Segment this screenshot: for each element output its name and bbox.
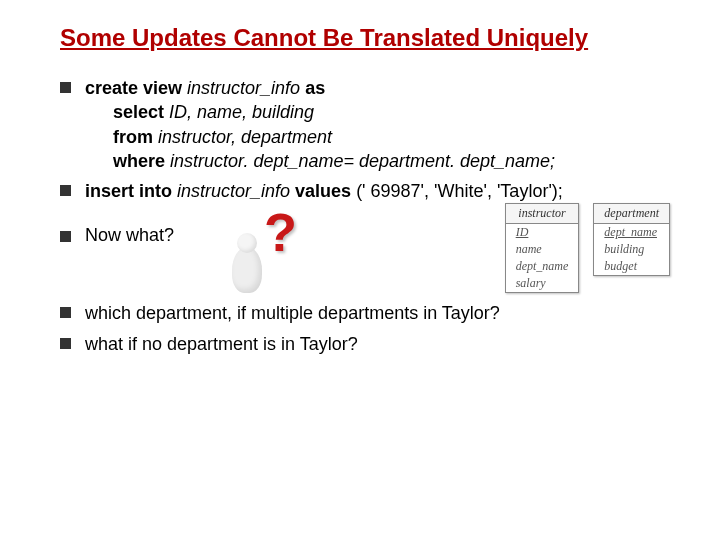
bullet-insert: insert into instructor_info values (' 69… bbox=[60, 179, 670, 203]
question-mark-icon: ? bbox=[264, 201, 297, 263]
bullet-icon bbox=[60, 307, 71, 318]
schema-col: name bbox=[506, 241, 579, 258]
bullet-icon bbox=[60, 82, 71, 93]
bullet-now-what-row: Now what? ? instructor ID name dept_name… bbox=[60, 215, 670, 297]
from-tables: instructor, department bbox=[158, 127, 332, 147]
bullet-icon bbox=[60, 185, 71, 196]
no-dept-text: what if no department is in Taylor? bbox=[85, 332, 670, 356]
schema-instructor-title: instructor bbox=[506, 204, 579, 224]
slide-title: Some Updates Cannot Be Translated Unique… bbox=[60, 24, 670, 52]
schema-col: dept_name bbox=[506, 258, 579, 275]
kw-as: as bbox=[305, 78, 325, 98]
schema-department-title: department bbox=[594, 204, 669, 224]
kw-values: values bbox=[295, 181, 356, 201]
schema-col: salary bbox=[506, 275, 579, 292]
bullet-icon bbox=[60, 231, 71, 242]
kw-from: from bbox=[113, 127, 158, 147]
kw-select: select bbox=[113, 102, 169, 122]
now-what-text: Now what? bbox=[85, 225, 174, 246]
where-clause: instructor. dept_name= department. dept_… bbox=[170, 151, 555, 171]
kw-create-view: create view bbox=[85, 78, 187, 98]
bullet-icon bbox=[60, 338, 71, 349]
schema-diagrams: instructor ID name dept_name salary depa… bbox=[505, 203, 670, 293]
insert-values: (' 69987', 'White', 'Taylor'); bbox=[356, 181, 563, 201]
insert-target: instructor_info bbox=[177, 181, 295, 201]
select-cols: ID, name, building bbox=[169, 102, 314, 122]
kw-where: where bbox=[113, 151, 170, 171]
schema-col: dept_name bbox=[594, 224, 669, 241]
schema-department: department dept_name building budget bbox=[593, 203, 670, 276]
bullet-which-dept: which department, if multiple department… bbox=[60, 301, 670, 325]
view-name: instructor_info bbox=[187, 78, 305, 98]
question-mark-figure: ? bbox=[224, 207, 314, 297]
schema-col: ID bbox=[506, 224, 579, 241]
bullet-create-view: create view instructor_info as select ID… bbox=[60, 76, 670, 173]
which-dept-text: which department, if multiple department… bbox=[85, 301, 670, 325]
schema-col: building bbox=[594, 241, 669, 258]
schema-col: budget bbox=[594, 258, 669, 275]
bullet-no-dept: what if no department is in Taylor? bbox=[60, 332, 670, 356]
kw-insert-into: insert into bbox=[85, 181, 177, 201]
schema-instructor: instructor ID name dept_name salary bbox=[505, 203, 580, 293]
